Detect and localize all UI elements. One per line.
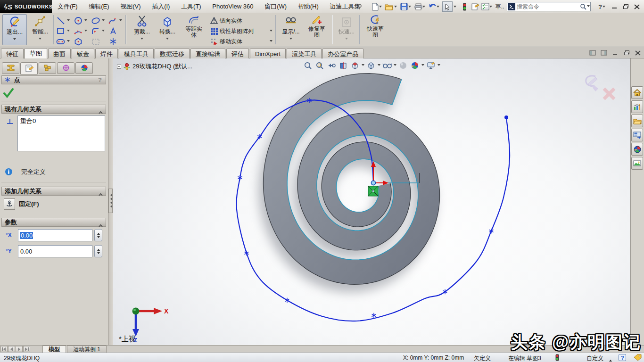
zoom-area-icon[interactable] xyxy=(314,60,325,71)
display-style-icon[interactable] xyxy=(366,60,376,71)
print-icon[interactable] xyxy=(413,1,423,12)
menu-tools[interactable]: 工具(T) xyxy=(176,0,206,13)
tab-scroll-next-button[interactable] xyxy=(16,346,23,352)
print-caret[interactable] xyxy=(422,6,425,9)
slot-tool-caret[interactable] xyxy=(66,37,71,46)
tree-expand-icon[interactable] xyxy=(117,65,121,69)
design-library-icon[interactable] xyxy=(631,115,643,127)
line-tool-caret[interactable] xyxy=(66,16,71,25)
window-minimize-button[interactable] xyxy=(609,2,619,11)
tab-scroll-prev-button[interactable] xyxy=(8,346,15,352)
pane-left-icon[interactable] xyxy=(588,49,597,57)
open-document-icon[interactable] xyxy=(384,1,394,12)
tab-office-products[interactable]: 办公室产品 xyxy=(322,49,363,58)
search-input[interactable] xyxy=(517,3,580,10)
exit-sketch-button[interactable]: 退出... xyxy=(2,14,27,45)
search-magnifier-icon[interactable] xyxy=(580,3,587,10)
line-tool-icon[interactable] xyxy=(56,16,66,25)
status-custom-caret[interactable] xyxy=(609,356,612,362)
fillet-tool-icon[interactable] xyxy=(91,26,101,36)
tab-scroll-first-button[interactable] xyxy=(0,346,8,352)
fix-relation-button[interactable]: 固定(F) xyxy=(4,198,104,210)
resources-icon[interactable] xyxy=(631,100,643,113)
repair-sketch-button[interactable]: 修复草图 xyxy=(305,14,329,45)
existing-relations-header[interactable]: 现有几何关系 xyxy=(1,105,106,114)
smart-dimension-button[interactable]: 智能... xyxy=(29,14,51,45)
view-orientation-icon[interactable] xyxy=(350,60,360,71)
appearances-icon[interactable] xyxy=(631,157,643,170)
smart-dimension-caret[interactable] xyxy=(39,38,41,41)
spline-tool-icon[interactable] xyxy=(108,16,118,25)
parameters-header[interactable]: 参数 xyxy=(1,218,106,227)
new-document-caret[interactable] xyxy=(379,6,382,9)
traffic-light-icon[interactable] xyxy=(459,1,470,12)
pm-help-icon[interactable]: ? xyxy=(98,76,102,84)
y-coordinate-input[interactable]: 0.00 xyxy=(18,245,92,257)
menu-file[interactable]: 文件(F) xyxy=(53,0,83,13)
convert-entities-caret[interactable] xyxy=(166,38,169,41)
save-icon[interactable] xyxy=(399,1,409,12)
open-document-caret[interactable] xyxy=(394,6,397,9)
tab-data-migration[interactable]: 数据迁移 xyxy=(155,49,190,58)
display-manager-tab[interactable] xyxy=(75,62,93,74)
slot-tool-icon[interactable] xyxy=(56,37,66,46)
offset-entities-button[interactable]: 等距实体 xyxy=(181,14,206,45)
undo-icon[interactable] xyxy=(427,1,438,12)
display-relations-button[interactable]: 显示/... xyxy=(279,14,303,45)
property-manager-tab[interactable] xyxy=(20,62,38,74)
apply-scene-caret[interactable] xyxy=(421,64,424,67)
command-search[interactable] xyxy=(507,2,591,11)
hide-show-items-icon[interactable] xyxy=(382,60,392,71)
linear-sketch-pattern-button[interactable]: 线性草图阵列 xyxy=(210,26,272,36)
ellipse-tool-icon[interactable] xyxy=(91,16,101,25)
doc-close-button[interactable] xyxy=(633,49,643,57)
pane-right-icon[interactable] xyxy=(599,49,609,57)
options-icon[interactable] xyxy=(480,1,490,12)
tab-scroll-last-button[interactable] xyxy=(23,346,30,352)
add-relations-header[interactable]: 添加几何关系 xyxy=(1,187,106,196)
move-entities-button[interactable]: 移动实体 xyxy=(210,37,272,46)
status-tag-icon[interactable] xyxy=(634,354,642,362)
configuration-manager-tab[interactable] xyxy=(39,62,56,74)
apply-scene-icon[interactable] xyxy=(410,60,420,71)
menu-help[interactable]: 帮助(H) xyxy=(293,0,323,13)
menu-view[interactable]: 视图(V) xyxy=(116,0,145,13)
display-relations-caret[interactable] xyxy=(289,38,292,41)
window-close-button[interactable] xyxy=(632,2,642,11)
spline-tool-caret[interactable] xyxy=(118,16,123,25)
view-settings-icon[interactable] xyxy=(426,60,436,71)
x-coordinate-input[interactable]: 0.00 xyxy=(18,229,92,241)
tab-render-tools[interactable]: 渲染工具 xyxy=(287,49,322,58)
arc-tool-icon[interactable] xyxy=(73,26,83,36)
internet-globe-icon[interactable] xyxy=(631,143,643,156)
file-explorer-icon[interactable] xyxy=(631,129,643,141)
rectangle-tool-caret[interactable] xyxy=(66,26,71,36)
rectangle-tool-icon[interactable] xyxy=(56,26,66,36)
new-document-icon[interactable] xyxy=(370,1,380,12)
window-restore-button[interactable] xyxy=(620,2,631,11)
confirmation-corner[interactable] xyxy=(581,73,617,104)
doc-minimize-button[interactable] xyxy=(611,49,620,57)
arc-tool-caret[interactable] xyxy=(83,26,88,36)
section-view-icon[interactable] xyxy=(338,60,348,71)
tab-features[interactable]: 特征 xyxy=(1,49,24,58)
pin-icon[interactable] xyxy=(355,1,365,12)
select-tool-caret[interactable] xyxy=(454,6,456,9)
search-caret[interactable] xyxy=(587,5,590,8)
circle-tool-icon[interactable] xyxy=(73,16,83,25)
fillet-tool-caret[interactable] xyxy=(101,26,106,36)
options-caret[interactable] xyxy=(489,6,492,9)
move-entities-caret[interactable] xyxy=(270,40,272,43)
view-orientation-caret[interactable] xyxy=(362,64,364,67)
trim-entities-caret[interactable] xyxy=(140,38,143,41)
exit-sketch-caret[interactable] xyxy=(13,38,16,41)
properties-icon[interactable] xyxy=(470,1,480,12)
save-caret[interactable] xyxy=(408,6,411,9)
view-settings-caret[interactable] xyxy=(438,64,440,67)
sketch-picture-tool-icon[interactable] xyxy=(91,37,101,46)
dimxpert-manager-tab[interactable] xyxy=(57,62,74,74)
tab-surfaces[interactable]: 曲面 xyxy=(48,49,71,58)
circle-tool-caret[interactable] xyxy=(83,16,88,25)
spiral-solid-body[interactable] xyxy=(263,74,439,285)
tab-mold-tools[interactable]: 模具工具 xyxy=(119,49,154,58)
